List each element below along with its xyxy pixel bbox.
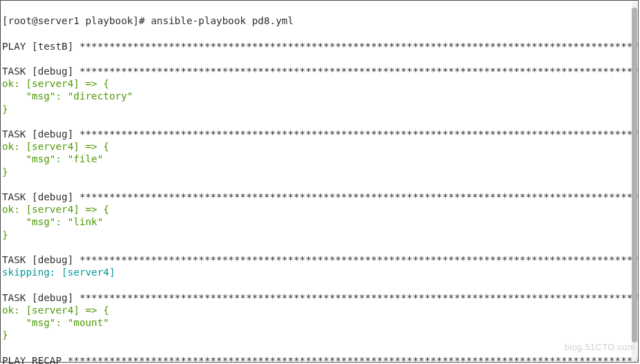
terminal-output: [root@server1 playbook]# ansible-playboo…: [1, 1, 638, 364]
task-header: TASK [debug] ***************************…: [2, 254, 639, 265]
task5-msg: "msg": "mount": [2, 317, 109, 328]
prompt-line: [root@server1 playbook]# ansible-playboo…: [2, 15, 294, 26]
task2-close: }: [2, 166, 8, 178]
task-header: TASK [debug] ***************************…: [2, 191, 639, 202]
watermark: blog.51CTO.com: [565, 342, 635, 352]
task-header: TASK [debug] ***************************…: [2, 292, 639, 303]
task1-close: }: [2, 104, 8, 115]
scrollbar-thumb[interactable]: [632, 8, 637, 343]
task4-skip: skipping: [server4]: [2, 267, 115, 278]
task2-ok: ok: [server4] => {: [2, 141, 109, 152]
recap-header: PLAY RECAP *****************************…: [2, 355, 639, 364]
task2-msg: "msg": "file": [2, 153, 103, 164]
task5-close: }: [2, 329, 8, 341]
task3-ok: ok: [server4] => {: [2, 204, 109, 215]
task3-msg: "msg": "link": [2, 216, 103, 227]
task1-msg: "msg": "directory": [2, 90, 133, 102]
task3-close: }: [2, 229, 8, 240]
terminal-window[interactable]: [root@server1 playbook]# ansible-playboo…: [0, 0, 639, 363]
task5-ok: ok: [server4] => {: [2, 305, 109, 316]
play-header: PLAY [testB] ***************************…: [2, 41, 639, 52]
task-header: TASK [debug] ***************************…: [2, 128, 639, 140]
task1-ok: ok: [server4] => {: [2, 78, 109, 89]
task-header: TASK [debug] ***************************…: [2, 66, 639, 77]
